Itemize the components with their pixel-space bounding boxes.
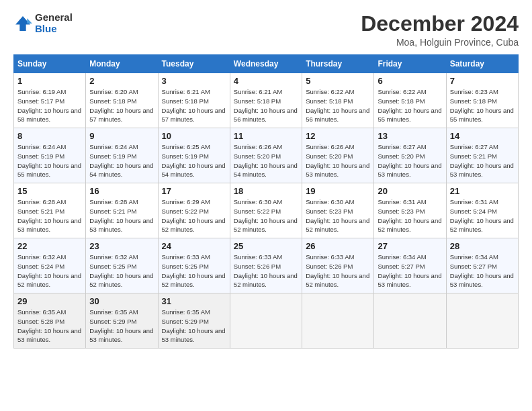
day-info: Sunrise: 6:35 AM Sunset: 5:28 PM Dayligh…: [17, 308, 82, 345]
calendar-cell: [374, 293, 446, 349]
calendar-cell: 8Sunrise: 6:24 AM Sunset: 5:19 PM Daylig…: [14, 128, 86, 183]
day-info: Sunrise: 6:27 AM Sunset: 5:20 PM Dayligh…: [378, 142, 442, 179]
day-info: Sunrise: 6:31 AM Sunset: 5:23 PM Dayligh…: [378, 197, 442, 234]
calendar-weekday-thursday: Thursday: [302, 55, 374, 73]
day-number: 17: [162, 186, 226, 196]
calendar-cell: 26Sunrise: 6:33 AM Sunset: 5:26 PM Dayli…: [302, 238, 374, 293]
day-number: 4: [234, 76, 298, 86]
calendar-cell: 19Sunrise: 6:30 AM Sunset: 5:23 PM Dayli…: [302, 183, 374, 238]
title-block: December 2024 Moa, Holguin Province, Cub…: [361, 12, 519, 48]
calendar-cell: 5Sunrise: 6:22 AM Sunset: 5:18 PM Daylig…: [302, 73, 374, 128]
calendar-cell: 30Sunrise: 6:35 AM Sunset: 5:29 PM Dayli…: [86, 293, 158, 349]
calendar-weekday-saturday: Saturday: [446, 55, 518, 73]
day-number: 12: [306, 131, 370, 141]
calendar-cell: 24Sunrise: 6:33 AM Sunset: 5:25 PM Dayli…: [158, 238, 230, 293]
day-number: 28: [450, 241, 515, 251]
calendar-cell: 23Sunrise: 6:32 AM Sunset: 5:25 PM Dayli…: [86, 238, 158, 293]
day-number: 31: [162, 296, 226, 306]
calendar-cell: 31Sunrise: 6:35 AM Sunset: 5:29 PM Dayli…: [158, 293, 230, 349]
day-info: Sunrise: 6:28 AM Sunset: 5:21 PM Dayligh…: [89, 197, 154, 234]
day-number: 9: [89, 131, 154, 141]
day-number: 11: [234, 131, 298, 141]
day-number: 6: [378, 76, 442, 86]
day-number: 10: [162, 131, 226, 141]
day-number: 1: [17, 76, 82, 86]
calendar-week-row: 1Sunrise: 6:19 AM Sunset: 5:17 PM Daylig…: [14, 73, 519, 128]
day-number: 30: [89, 296, 154, 306]
day-number: 16: [89, 186, 154, 196]
calendar-week-row: 15Sunrise: 6:28 AM Sunset: 5:21 PM Dayli…: [14, 183, 519, 238]
day-info: Sunrise: 6:32 AM Sunset: 5:24 PM Dayligh…: [17, 253, 82, 289]
calendar-cell: [302, 293, 374, 349]
calendar-table: SundayMondayTuesdayWednesdayThursdayFrid…: [13, 54, 519, 349]
logo-blue-text: Blue: [35, 24, 73, 35]
day-info: Sunrise: 6:22 AM Sunset: 5:18 PM Dayligh…: [306, 87, 370, 124]
calendar-cell: 20Sunrise: 6:31 AM Sunset: 5:23 PM Dayli…: [374, 183, 446, 238]
day-info: Sunrise: 6:24 AM Sunset: 5:19 PM Dayligh…: [17, 142, 82, 179]
calendar-cell: 12Sunrise: 6:26 AM Sunset: 5:20 PM Dayli…: [302, 128, 374, 183]
calendar-cell: 1Sunrise: 6:19 AM Sunset: 5:17 PM Daylig…: [14, 73, 86, 128]
calendar-cell: [230, 293, 302, 349]
day-info: Sunrise: 6:35 AM Sunset: 5:29 PM Dayligh…: [162, 308, 226, 345]
day-info: Sunrise: 6:25 AM Sunset: 5:19 PM Dayligh…: [162, 142, 226, 179]
day-number: 22: [17, 241, 82, 251]
day-info: Sunrise: 6:34 AM Sunset: 5:27 PM Dayligh…: [378, 253, 442, 289]
calendar-cell: [446, 293, 518, 349]
day-number: 3: [162, 76, 226, 86]
day-info: Sunrise: 6:33 AM Sunset: 5:26 PM Dayligh…: [306, 253, 370, 289]
calendar-cell: 10Sunrise: 6:25 AM Sunset: 5:19 PM Dayli…: [158, 128, 230, 183]
calendar-cell: 4Sunrise: 6:21 AM Sunset: 5:18 PM Daylig…: [230, 73, 302, 128]
day-info: Sunrise: 6:35 AM Sunset: 5:29 PM Dayligh…: [89, 308, 154, 345]
day-info: Sunrise: 6:26 AM Sunset: 5:20 PM Dayligh…: [234, 142, 298, 179]
calendar-cell: 16Sunrise: 6:28 AM Sunset: 5:21 PM Dayli…: [86, 183, 158, 238]
day-number: 5: [306, 76, 370, 86]
calendar-cell: 9Sunrise: 6:24 AM Sunset: 5:19 PM Daylig…: [86, 128, 158, 183]
day-number: 13: [378, 131, 442, 141]
calendar-cell: 29Sunrise: 6:35 AM Sunset: 5:28 PM Dayli…: [14, 293, 86, 349]
day-number: 21: [450, 186, 515, 196]
calendar-cell: 6Sunrise: 6:22 AM Sunset: 5:18 PM Daylig…: [374, 73, 446, 128]
day-info: Sunrise: 6:34 AM Sunset: 5:27 PM Dayligh…: [450, 253, 515, 289]
header: General Blue December 2024 Moa, Holguin …: [13, 12, 519, 48]
day-number: 29: [17, 296, 82, 306]
day-info: Sunrise: 6:21 AM Sunset: 5:18 PM Dayligh…: [162, 87, 226, 124]
day-number: 24: [162, 241, 226, 251]
calendar-cell: 27Sunrise: 6:34 AM Sunset: 5:27 PM Dayli…: [374, 238, 446, 293]
day-info: Sunrise: 6:21 AM Sunset: 5:18 PM Dayligh…: [234, 87, 298, 124]
calendar-cell: 3Sunrise: 6:21 AM Sunset: 5:18 PM Daylig…: [158, 73, 230, 128]
day-info: Sunrise: 6:33 AM Sunset: 5:26 PM Dayligh…: [234, 253, 298, 289]
day-number: 27: [378, 241, 442, 251]
day-number: 26: [306, 241, 370, 251]
day-number: 2: [89, 76, 154, 86]
calendar-week-row: 22Sunrise: 6:32 AM Sunset: 5:24 PM Dayli…: [14, 238, 519, 293]
day-number: 19: [306, 186, 370, 196]
calendar-week-row: 8Sunrise: 6:24 AM Sunset: 5:19 PM Daylig…: [14, 128, 519, 183]
logo-icon: [13, 14, 32, 33]
logo-general-text: General: [35, 12, 73, 24]
day-info: Sunrise: 6:27 AM Sunset: 5:21 PM Dayligh…: [450, 142, 515, 179]
day-info: Sunrise: 6:31 AM Sunset: 5:24 PM Dayligh…: [450, 197, 515, 234]
calendar-cell: 18Sunrise: 6:30 AM Sunset: 5:22 PM Dayli…: [230, 183, 302, 238]
day-number: 7: [450, 76, 515, 86]
day-info: Sunrise: 6:24 AM Sunset: 5:19 PM Dayligh…: [89, 142, 154, 179]
day-number: 8: [17, 131, 82, 141]
calendar-cell: 11Sunrise: 6:26 AM Sunset: 5:20 PM Dayli…: [230, 128, 302, 183]
day-info: Sunrise: 6:30 AM Sunset: 5:23 PM Dayligh…: [306, 197, 370, 234]
calendar-cell: 25Sunrise: 6:33 AM Sunset: 5:26 PM Dayli…: [230, 238, 302, 293]
day-info: Sunrise: 6:30 AM Sunset: 5:22 PM Dayligh…: [234, 197, 298, 234]
day-number: 23: [89, 241, 154, 251]
day-number: 15: [17, 186, 82, 196]
page-title: December 2024: [361, 12, 519, 36]
calendar-cell: 21Sunrise: 6:31 AM Sunset: 5:24 PM Dayli…: [446, 183, 518, 238]
calendar-cell: 7Sunrise: 6:23 AM Sunset: 5:18 PM Daylig…: [446, 73, 518, 128]
calendar-weekday-tuesday: Tuesday: [158, 55, 230, 73]
day-info: Sunrise: 6:32 AM Sunset: 5:25 PM Dayligh…: [89, 253, 154, 289]
calendar-cell: 15Sunrise: 6:28 AM Sunset: 5:21 PM Dayli…: [14, 183, 86, 238]
page-subtitle: Moa, Holguin Province, Cuba: [361, 37, 519, 48]
day-info: Sunrise: 6:33 AM Sunset: 5:25 PM Dayligh…: [162, 253, 226, 289]
day-info: Sunrise: 6:20 AM Sunset: 5:18 PM Dayligh…: [89, 87, 154, 124]
calendar-header-row: SundayMondayTuesdayWednesdayThursdayFrid…: [14, 55, 519, 73]
calendar-cell: 14Sunrise: 6:27 AM Sunset: 5:21 PM Dayli…: [446, 128, 518, 183]
calendar-weekday-monday: Monday: [86, 55, 158, 73]
calendar-cell: 2Sunrise: 6:20 AM Sunset: 5:18 PM Daylig…: [86, 73, 158, 128]
